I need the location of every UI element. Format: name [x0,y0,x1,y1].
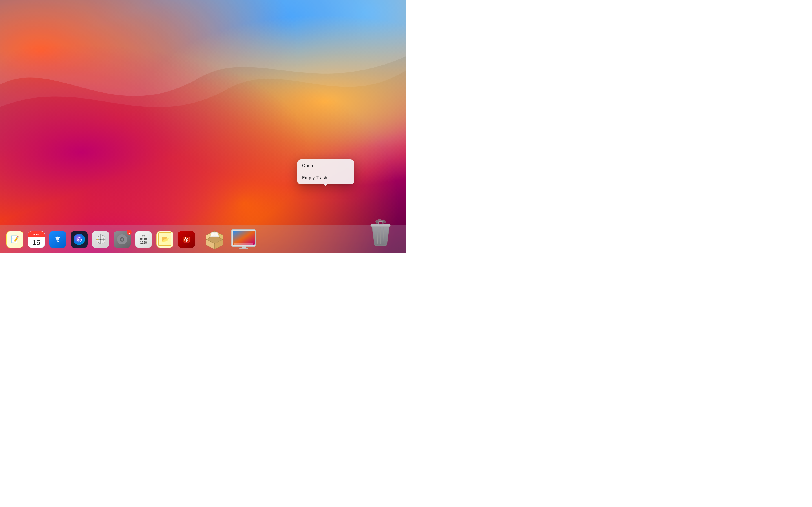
dock-item-calendar[interactable]: MAR 15 [27,230,46,249]
svg-point-16 [186,239,187,240]
dock-item-trash[interactable] [366,217,395,248]
calendar-icon: MAR 15 [28,231,45,248]
svg-rect-30 [242,246,246,248]
svg-marker-23 [210,232,219,237]
svg-rect-29 [234,243,253,245]
context-menu-divider [297,172,354,172]
dock-item-photobooth[interactable] [177,230,196,249]
dock-item-whisk[interactable] [202,227,227,252]
fileinfo-icon: 1001 0110 1100 [135,231,152,248]
dock-item-fileinfo[interactable]: 1001 0110 1100 [134,230,153,249]
system-prefs-icon: 1 [114,231,131,248]
siri-icon: ◎ [71,231,88,248]
yoink-icon: 📂 [156,231,173,248]
context-menu-empty-trash[interactable]: Empty Trash [297,173,354,183]
svg-rect-6 [97,238,98,240]
stickies-icon: 📝 [6,231,23,248]
svg-rect-38 [382,220,384,224]
dock: 📝 MAR 15 A ◎ [0,225,406,253]
svg-text:A: A [57,239,59,242]
dock-item-appstore[interactable]: A [48,230,67,249]
svg-point-5 [100,238,101,240]
system-prefs-badge: 1 [126,230,132,235]
svg-rect-31 [239,248,248,249]
svg-rect-17 [185,237,186,238]
trash-context-menu: Open Empty Trash [297,159,354,184]
appstore-icon: A [49,231,66,248]
whisk-icon [203,228,226,251]
context-menu-open[interactable]: Open [297,161,354,171]
dock-item-siri[interactable]: ◎ [70,230,89,249]
dock-item-network[interactable] [91,230,110,249]
svg-rect-12 [117,239,119,240]
dock-item-resolution[interactable] [230,227,258,252]
svg-rect-11 [121,243,123,244]
svg-rect-10 [121,234,123,236]
calendar-day: 15 [33,237,41,247]
dock-separator [199,232,199,246]
dock-item-stickies[interactable]: 📝 [5,230,24,249]
svg-rect-28 [233,231,255,245]
dock-item-system-prefs[interactable]: 1 [112,230,132,249]
svg-rect-13 [125,239,127,240]
svg-point-9 [121,238,123,240]
resolution-icon [231,228,256,251]
trash-icon-visual [368,219,393,247]
calendar-month: MAR [28,231,45,237]
desktop-background [0,0,406,253]
network-icon [92,231,109,248]
dock-item-yoink[interactable]: 📂 [155,230,174,249]
photobooth-icon [178,231,195,248]
